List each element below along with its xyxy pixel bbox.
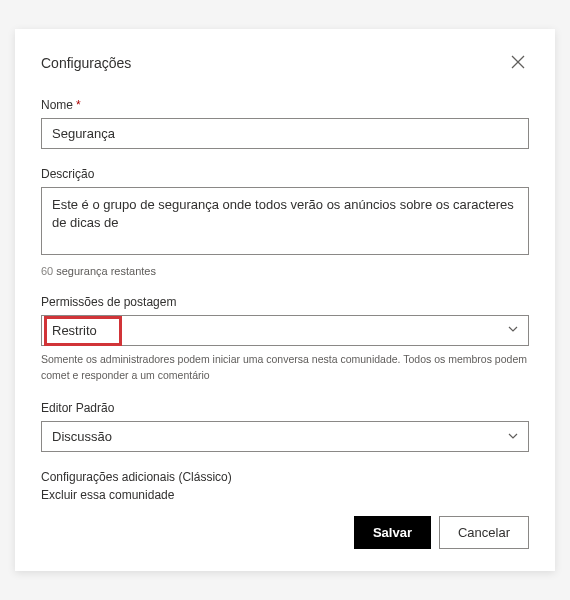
name-field: Nome* — [41, 98, 529, 149]
permissions-select[interactable]: Restrito — [41, 315, 529, 346]
editor-select[interactable]: Discussão — [41, 421, 529, 452]
permissions-label: Permissões de postagem — [41, 295, 529, 309]
editor-select-wrapper: Discussão — [41, 421, 529, 452]
links-section: Configurações adicionais (Clássico) Excl… — [41, 470, 529, 502]
char-counter: 60segurança restantes — [41, 265, 529, 277]
required-marker: * — [76, 98, 81, 112]
permissions-select-wrapper: Restrito — [41, 315, 529, 346]
name-label-text: Nome — [41, 98, 73, 112]
char-count-number: 60 — [41, 265, 53, 277]
editor-label: Editor Padrão — [41, 401, 529, 415]
additional-settings-link[interactable]: Configurações adicionais (Clássico) — [41, 470, 529, 484]
dialog-footer: Salvar Cancelar — [41, 516, 529, 549]
dialog-header: Configurações — [41, 51, 529, 76]
dialog-title: Configurações — [41, 55, 131, 71]
permissions-field: Permissões de postagem Restrito Somente … — [41, 295, 529, 384]
name-label: Nome* — [41, 98, 529, 112]
delete-community-link[interactable]: Excluir essa comunidade — [41, 488, 529, 502]
name-input[interactable] — [41, 118, 529, 149]
description-field: Descrição 60segurança restantes — [41, 167, 529, 277]
description-label: Descrição — [41, 167, 529, 181]
settings-dialog: Configurações Nome* Descrição 60seguranç… — [15, 29, 555, 572]
close-icon — [511, 55, 525, 72]
save-button[interactable]: Salvar — [354, 516, 431, 549]
close-button[interactable] — [507, 51, 529, 76]
permissions-helper-text: Somente os administradores podem iniciar… — [41, 352, 529, 384]
cancel-button[interactable]: Cancelar — [439, 516, 529, 549]
char-count-text: segurança restantes — [56, 265, 156, 277]
editor-field: Editor Padrão Discussão — [41, 401, 529, 452]
description-textarea[interactable] — [41, 187, 529, 255]
